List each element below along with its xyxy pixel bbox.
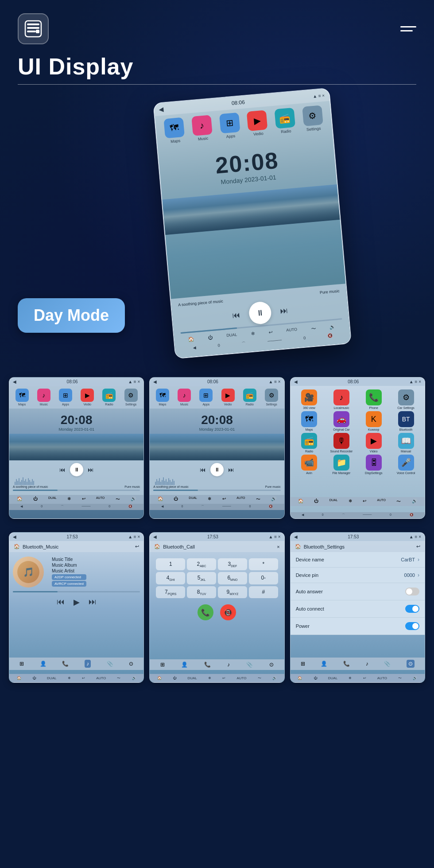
card2-radio[interactable]: 📻 Radio	[243, 389, 256, 406]
card1-maps[interactable]: 🗺 Maps	[16, 389, 29, 406]
nav-home[interactable]: 🏠	[188, 336, 194, 343]
bt-next-btn[interactable]: ⏭	[89, 597, 97, 607]
nav-wave[interactable]: 〜	[311, 325, 316, 332]
key-hash[interactable]: #	[249, 586, 278, 598]
bt-music-home-icon[interactable]: 🏠	[14, 544, 20, 549]
app-icon-video[interactable]: ▶ Vedio	[247, 110, 268, 137]
btsn-person[interactable]: 👤	[321, 661, 327, 667]
bt-call-home-icon[interactable]: 🏠	[154, 544, 160, 549]
card2-next[interactable]: ⏭	[228, 466, 234, 473]
btsn-phone[interactable]: 📞	[343, 661, 350, 667]
bts-pwr[interactable]: ⏻	[32, 676, 36, 680]
btss-home[interactable]: 🏠	[298, 676, 302, 680]
card1-radio[interactable]: 📻 Radio	[102, 389, 116, 406]
play-pause-btn[interactable]: ⏸	[248, 301, 272, 325]
bt-play-btn[interactable]: ▶	[74, 597, 80, 607]
bt-autoanswer-toggle[interactable]	[405, 588, 419, 596]
sb-slider[interactable]: ─────	[267, 338, 282, 345]
grid-radio[interactable]: 📻 Radio	[294, 433, 325, 453]
grid-originalcar[interactable]: 🚗 Original Car	[326, 411, 356, 431]
nav-snow[interactable]: ❄	[251, 331, 255, 338]
c1-vol[interactable]: 🔊	[131, 496, 136, 502]
btcn-circle[interactable]: ⊙	[269, 662, 274, 668]
grid-bluetooth[interactable]: BT Bluetooth	[391, 411, 421, 431]
grid-avin[interactable]: 📹 Avin	[294, 455, 325, 475]
card1-prev[interactable]: ⏮	[59, 466, 66, 473]
btsn-clip[interactable]: 📎	[384, 661, 391, 667]
btss-pwr[interactable]: ⏻	[314, 676, 317, 680]
call-reject-btn[interactable]: 📵	[220, 604, 236, 620]
card2-prev[interactable]: ⏮	[200, 466, 206, 473]
card3-back[interactable]: ◀	[294, 379, 298, 384]
btcs-auto[interactable]: AUTO	[236, 676, 246, 680]
c2-dual[interactable]: DUAL	[189, 496, 197, 502]
btsn-circle[interactable]: ⊙	[407, 660, 415, 668]
bt-settings-close[interactable]: ↩	[416, 544, 420, 549]
btcn-grid[interactable]: ⊞	[160, 662, 165, 668]
btm-clip[interactable]: 📎	[107, 661, 113, 667]
sb-mute[interactable]: 🔇	[327, 333, 333, 339]
c2-wav[interactable]: 〜	[256, 496, 260, 502]
bt-call-back[interactable]: ◀	[153, 534, 157, 539]
c3-snow[interactable]: ❄	[349, 498, 352, 505]
btcs-cyc[interactable]: ↩	[222, 676, 225, 680]
btsn-music[interactable]: ♪	[366, 661, 368, 667]
bt-music-back[interactable]: ◀	[13, 534, 16, 539]
btcs-dual[interactable]: DUAL	[187, 676, 197, 680]
bt-settings-home-icon[interactable]: 🏠	[295, 544, 301, 549]
c2-home[interactable]: 🏠	[158, 496, 163, 502]
app-icon-music[interactable]: ♪ Music	[191, 115, 213, 142]
btss-vol[interactable]: 🔊	[413, 676, 417, 680]
card1-play-pause[interactable]: ⏸	[70, 463, 83, 476]
bts-auto[interactable]: AUTO	[96, 676, 106, 680]
card2-apps-item[interactable]: ⊞ Apps	[199, 389, 213, 406]
bt-call-close[interactable]: ×	[277, 544, 279, 549]
key-star[interactable]: *	[249, 558, 278, 570]
c3-auto[interactable]: AUTO	[377, 498, 386, 505]
c1-home[interactable]: 🏠	[17, 496, 22, 502]
grid-dispsettings[interactable]: 🎛 DispSettings	[358, 455, 389, 475]
grid-voicecontrol[interactable]: 🎤 Voice Control	[391, 455, 421, 475]
card2-back[interactable]: ◀	[153, 379, 157, 384]
c2-cyc[interactable]: ↩	[222, 496, 226, 502]
c3-cyc[interactable]: ↩	[363, 498, 366, 505]
c1-pwr[interactable]: ⏻	[33, 496, 38, 502]
key-4[interactable]: 4GHI	[156, 572, 185, 584]
btcs-home[interactable]: 🏠	[157, 676, 162, 680]
grid-phone[interactable]: 📞 Phone	[358, 389, 389, 409]
grid-manual[interactable]: 📖 Manual	[391, 433, 421, 453]
card1-next[interactable]: ⏭	[88, 466, 94, 473]
card2-music[interactable]: ♪ Music	[178, 389, 191, 406]
btss-cyc[interactable]: ↩	[363, 676, 366, 680]
bts-cyc[interactable]: ↩	[82, 676, 85, 680]
grid-localmusic[interactable]: ♪ Localmusic	[326, 389, 356, 409]
app-icon-apps[interactable]: ⊞ Apps	[219, 113, 241, 140]
c1-dual[interactable]: DUAL	[48, 496, 57, 502]
nav-auto[interactable]: AUTO	[286, 327, 298, 335]
bt-devicepin-chevron[interactable]: ›	[418, 572, 419, 578]
key-3[interactable]: 3DEF	[218, 558, 247, 570]
btm-phone[interactable]: 📞	[62, 661, 69, 667]
nav-dual[interactable]: DUAL	[226, 332, 237, 340]
prev-btn[interactable]: ⏮	[232, 310, 241, 320]
c3-wav[interactable]: 〜	[396, 498, 401, 505]
key-6[interactable]: 6MNO	[218, 572, 247, 584]
card2-settings[interactable]: ⚙ Settings	[265, 389, 278, 406]
app-icon-maps[interactable]: 🗺 Maps	[164, 117, 186, 144]
card1-settings[interactable]: ⚙ Settings	[124, 389, 138, 406]
btm-circle[interactable]: ⊙	[129, 661, 133, 667]
key-9[interactable]: 9WXYZ	[218, 586, 247, 598]
c3-home[interactable]: 🏠	[298, 498, 303, 505]
bt-music-close[interactable]: ↩	[135, 544, 139, 549]
back-btn[interactable]: ◀	[159, 106, 164, 113]
c3-pwr[interactable]: ⏻	[314, 498, 318, 505]
c3-vol[interactable]: 🔊	[412, 498, 417, 505]
card1-back[interactable]: ◀	[13, 379, 16, 384]
btm-person[interactable]: 👤	[40, 661, 46, 667]
btsn-grid[interactable]: ⊞	[301, 661, 305, 667]
btcs-snow[interactable]: ❄	[208, 676, 211, 680]
card1-music[interactable]: ♪ Music	[37, 389, 50, 406]
key-0dash[interactable]: 0-	[249, 572, 278, 584]
btcn-clip[interactable]: 📎	[246, 662, 253, 668]
btcs-pwr[interactable]: ⏻	[173, 676, 176, 680]
